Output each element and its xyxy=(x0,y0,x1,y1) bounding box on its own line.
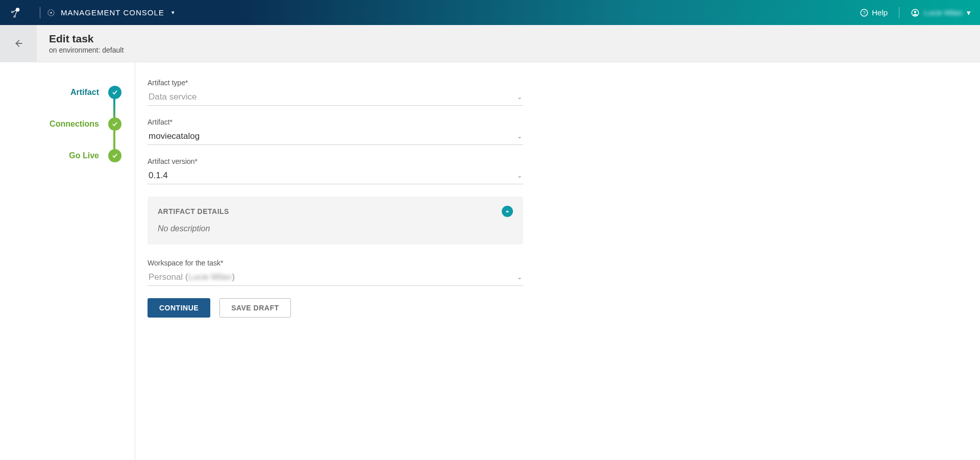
artifact-label: Artifact* xyxy=(148,118,523,126)
collapse-button[interactable] xyxy=(502,206,513,217)
user-menu[interactable]: Lucie Milan ▾ xyxy=(911,8,971,17)
wizard-steps: Artifact Connections Go Live xyxy=(0,62,135,460)
svg-line-3 xyxy=(13,10,16,12)
step-artifact[interactable]: Artifact xyxy=(0,77,135,108)
topbar-divider xyxy=(899,7,899,18)
chevron-up-icon xyxy=(505,209,510,214)
svg-point-2 xyxy=(14,16,15,17)
artifact-details-description: No description xyxy=(158,224,513,233)
console-switcher[interactable]: MANAGEMENT CONSOLE ▾ xyxy=(46,8,175,17)
arrow-left-icon xyxy=(13,38,24,49)
select-value: moviecatalog xyxy=(149,131,200,141)
workspace-select[interactable]: Personal (Lucie Milan) ⌄ xyxy=(148,270,523,286)
artifact-version-label: Artifact version* xyxy=(148,157,523,165)
svg-text:?: ? xyxy=(863,10,866,15)
svg-point-6 xyxy=(51,12,52,13)
step-label: Go Live xyxy=(69,151,99,160)
help-label: Help xyxy=(872,8,888,17)
step-label: Connections xyxy=(50,119,99,129)
step-connections[interactable]: Connections xyxy=(0,108,135,140)
svg-point-1 xyxy=(12,11,13,13)
topbar-divider xyxy=(40,7,40,18)
save-draft-button[interactable]: SAVE DRAFT xyxy=(219,298,290,318)
environment-label: on environment: default xyxy=(49,46,124,54)
chevron-down-icon: ▾ xyxy=(967,8,971,17)
svg-point-10 xyxy=(914,11,917,13)
console-title: MANAGEMENT CONSOLE xyxy=(61,8,164,17)
check-icon xyxy=(108,117,121,131)
step-label: Artifact xyxy=(70,88,99,97)
select-value: Data service xyxy=(149,92,197,102)
chevron-down-icon: ⌄ xyxy=(517,172,522,179)
artifact-details-title: ARTIFACT DETAILS xyxy=(158,207,229,215)
artifact-select[interactable]: moviecatalog ⌄ xyxy=(148,129,523,145)
product-logo xyxy=(9,5,24,20)
check-icon xyxy=(108,86,121,99)
svg-line-4 xyxy=(15,11,17,16)
artifact-version-select[interactable]: 0.1.4 ⌄ xyxy=(148,168,523,184)
user-icon xyxy=(911,8,920,17)
subheader: Edit task on environment: default xyxy=(0,25,980,62)
chevron-down-icon: ⌄ xyxy=(517,93,522,101)
workspace-label: Workspace for the task* xyxy=(148,259,523,267)
chevron-down-icon: ⌄ xyxy=(517,274,522,281)
target-icon xyxy=(46,8,56,17)
chevron-down-icon: ⌄ xyxy=(517,133,522,140)
artifact-type-label: Artifact type* xyxy=(148,79,523,87)
help-icon: ? xyxy=(860,8,869,17)
check-icon xyxy=(108,149,121,162)
svg-point-0 xyxy=(16,8,20,12)
user-name: Lucie Milan xyxy=(924,8,963,17)
back-button[interactable] xyxy=(0,25,37,62)
help-link[interactable]: ? Help xyxy=(860,8,888,17)
continue-button[interactable]: CONTINUE xyxy=(148,298,210,318)
chevron-down-icon: ▾ xyxy=(172,9,175,16)
artifact-type-select[interactable]: Data service ⌄ xyxy=(148,90,523,106)
select-value: Personal (Lucie Milan) xyxy=(149,272,235,282)
step-golive[interactable]: Go Live xyxy=(0,140,135,172)
topbar: MANAGEMENT CONSOLE ▾ ? Help Lucie Milan … xyxy=(0,0,980,25)
artifact-form: Artifact type* Data service ⌄ Artifact* … xyxy=(135,62,523,460)
artifact-details-panel: ARTIFACT DETAILS No description xyxy=(148,197,523,245)
select-value: 0.1.4 xyxy=(149,171,168,181)
page-title: Edit task xyxy=(49,33,124,45)
